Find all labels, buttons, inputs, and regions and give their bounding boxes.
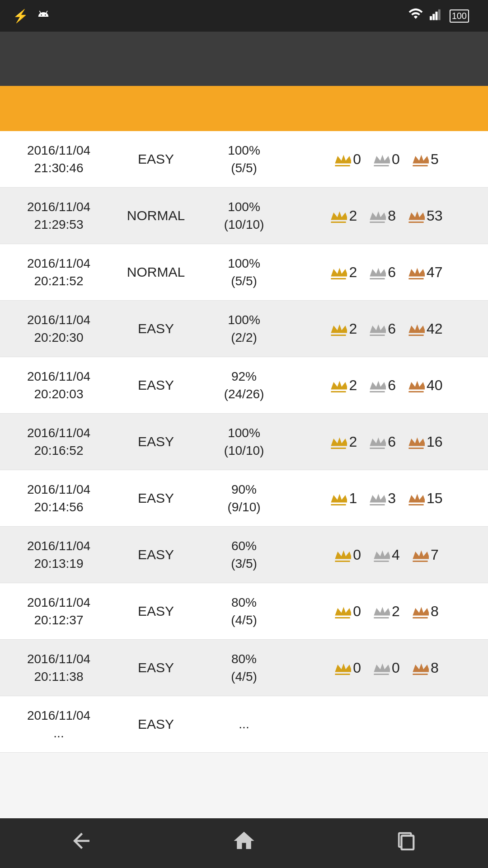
cell-level: NORMAL bbox=[113, 264, 199, 280]
silver-count: 8 bbox=[388, 208, 396, 224]
silver-count: 6 bbox=[388, 264, 396, 281]
table-row: 2016/11/0420:14:56 EASY 90%(9/10) 1 3 15 bbox=[0, 470, 488, 527]
silver-count: 3 bbox=[388, 490, 396, 507]
cell-rate: 60%(3/5) bbox=[199, 537, 289, 572]
cell-status: 0 2 8 bbox=[289, 603, 483, 620]
table-row: 2016/11/0421:29:53 NORMAL 100%(10/10) 2 … bbox=[0, 188, 488, 244]
bronze-count: 16 bbox=[427, 434, 443, 450]
gold-crown-group: 2 bbox=[330, 377, 357, 394]
gold-count: 2 bbox=[349, 434, 357, 450]
cell-date: 2016/11/0420:20:03 bbox=[5, 368, 113, 403]
cell-date: 2016/11/0420:20:30 bbox=[5, 311, 113, 346]
gold-count: 0 bbox=[353, 547, 361, 563]
home-icon bbox=[232, 829, 256, 858]
gold-crown-group: 0 bbox=[334, 603, 361, 620]
bronze-count: 8 bbox=[431, 660, 439, 676]
cell-level: EASY bbox=[113, 151, 199, 167]
cell-rate: 100%(10/10) bbox=[199, 198, 289, 233]
cell-date: 2016/11/0420:14:56 bbox=[5, 481, 113, 516]
bronze-crown-group: 8 bbox=[412, 660, 439, 676]
table-row: 2016/11/0420:12:37 EASY 80%(4/5) 0 2 8 bbox=[0, 583, 488, 640]
recent-icon bbox=[396, 830, 417, 856]
silver-crown-group: 0 bbox=[373, 151, 400, 168]
battery-icon: 100 bbox=[450, 9, 469, 23]
gold-count: 2 bbox=[349, 321, 357, 337]
cell-rate: 92%(24/26) bbox=[199, 368, 289, 403]
cell-level: EASY bbox=[113, 604, 199, 619]
cell-status: 0 4 7 bbox=[289, 547, 483, 563]
status-bar-right: 100 bbox=[408, 8, 475, 24]
bronze-count: 5 bbox=[431, 151, 439, 168]
silver-crown-group: 4 bbox=[373, 547, 400, 563]
cell-date: 2016/11/0421:30:46 bbox=[5, 142, 113, 177]
bronze-count: 42 bbox=[427, 321, 443, 337]
signal-icon bbox=[430, 8, 443, 24]
recent-button[interactable] bbox=[380, 825, 434, 861]
bronze-count: 7 bbox=[431, 547, 439, 563]
cell-rate: 100%(2/2) bbox=[199, 311, 289, 346]
table-header bbox=[0, 86, 488, 131]
status-bar: ⚡ 100 bbox=[0, 0, 488, 32]
cell-status: 2 6 47 bbox=[289, 264, 483, 281]
svg-rect-5 bbox=[402, 835, 414, 849]
cell-date: 2016/11/0420:11:38 bbox=[5, 650, 113, 685]
back-icon bbox=[69, 829, 94, 858]
cell-status: 2 6 40 bbox=[289, 377, 483, 394]
cell-level: EASY bbox=[113, 660, 199, 675]
bronze-crown-group: 15 bbox=[408, 490, 443, 507]
silver-crown-group: 3 bbox=[369, 490, 396, 507]
cell-level: NORMAL bbox=[113, 208, 199, 223]
silver-crown-group: 6 bbox=[369, 264, 396, 281]
gold-crown-group: 2 bbox=[330, 434, 357, 450]
android-icon bbox=[37, 8, 50, 24]
table-row: 2016/11/0420:16:52 EASY 100%(10/10) 2 6 … bbox=[0, 414, 488, 470]
cell-rate: 90%(9/10) bbox=[199, 481, 289, 516]
silver-count: 0 bbox=[392, 151, 400, 168]
cell-date: 2016/11/0421:29:53 bbox=[5, 198, 113, 233]
bronze-count: 8 bbox=[431, 603, 439, 620]
gold-count: 0 bbox=[353, 660, 361, 676]
gold-crown-group: 0 bbox=[334, 151, 361, 168]
cell-date: 2016/11/0420:16:52 bbox=[5, 424, 113, 459]
cell-level: EASY bbox=[113, 547, 199, 562]
silver-crown-group: 0 bbox=[373, 660, 400, 676]
gold-count: 1 bbox=[349, 490, 357, 507]
bronze-count: 53 bbox=[427, 208, 443, 224]
table-body: 2016/11/0421:30:46 EASY 100%(5/5) 0 0 5 bbox=[0, 131, 488, 753]
gold-crown-group: 2 bbox=[330, 208, 357, 224]
cell-status: 1 3 15 bbox=[289, 490, 483, 507]
cell-status: 2 6 42 bbox=[289, 321, 483, 337]
table-row: 2016/11/0421:30:46 EASY 100%(5/5) 0 0 5 bbox=[0, 131, 488, 188]
cell-status: 0 0 8 bbox=[289, 660, 483, 676]
gold-count: 0 bbox=[353, 151, 361, 168]
cell-rate: 80%(4/5) bbox=[199, 594, 289, 629]
back-button[interactable] bbox=[54, 825, 108, 861]
svg-rect-0 bbox=[430, 16, 432, 20]
table-row: 2016/11/0420:20:30 EASY 100%(2/2) 2 6 42 bbox=[0, 301, 488, 357]
bronze-crown-group: 8 bbox=[412, 603, 439, 620]
gold-count: 2 bbox=[349, 208, 357, 224]
gold-crown-group: 1 bbox=[330, 490, 357, 507]
silver-crown-group: 6 bbox=[369, 321, 396, 337]
silver-count: 4 bbox=[392, 547, 400, 563]
svg-rect-3 bbox=[438, 9, 440, 20]
cell-level: EASY bbox=[113, 377, 199, 393]
cell-level: EASY bbox=[113, 434, 199, 449]
home-button[interactable] bbox=[217, 825, 271, 861]
bottom-nav bbox=[0, 818, 488, 868]
silver-count: 6 bbox=[388, 321, 396, 337]
cell-rate: ... bbox=[199, 715, 289, 733]
cell-status: 2 8 53 bbox=[289, 208, 483, 224]
table-row: 2016/11/0420:21:52 NORMAL 100%(5/5) 2 6 … bbox=[0, 244, 488, 301]
gold-count: 2 bbox=[349, 377, 357, 394]
silver-crown-group: 8 bbox=[369, 208, 396, 224]
bronze-count: 47 bbox=[427, 264, 443, 281]
cell-date: 2016/11/0420:13:19 bbox=[5, 537, 113, 572]
silver-count: 6 bbox=[388, 377, 396, 394]
silver-count: 0 bbox=[392, 660, 400, 676]
silver-count: 6 bbox=[388, 434, 396, 450]
cell-date: 2016/11/04... bbox=[5, 707, 113, 742]
cell-rate: 100%(10/10) bbox=[199, 424, 289, 459]
cell-level: EASY bbox=[113, 717, 199, 732]
silver-crown-group: 6 bbox=[369, 434, 396, 450]
